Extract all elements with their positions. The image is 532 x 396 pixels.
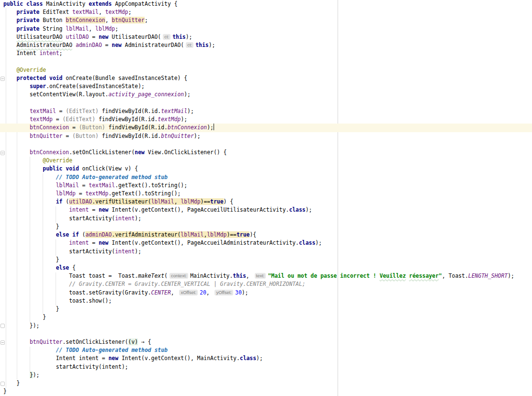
code-line[interactable]: // TODO Auto-generated method stub [0, 346, 532, 354]
code-token: lblMdp [56, 190, 76, 197]
code-token: adminDAO [85, 231, 112, 238]
code-token: textMdp [85, 190, 108, 197]
code-token: onClick(View v) { [79, 165, 138, 172]
code-line[interactable]: UtilisateurDAO utilDAO = new Utilisateur… [0, 33, 532, 41]
code-line[interactable]: // TODO Auto-generated method stub [0, 173, 532, 181]
code-line[interactable]: startActivity(intent); [0, 215, 532, 223]
code-line[interactable]: Intent intent; [0, 49, 532, 57]
code-line[interactable] [0, 58, 532, 66]
code-line[interactable]: super.onCreate(savedInstanceState); [0, 82, 532, 91]
code-token: else [56, 264, 69, 271]
code-line[interactable]: Intent intent = new Intent(v.getContext(… [0, 354, 532, 362]
fold-minus-icon[interactable] [0, 340, 5, 345]
code-line[interactable]: }); [0, 322, 532, 330]
code-token: EditText [39, 9, 72, 15]
code-token: public [43, 165, 62, 172]
code-line[interactable]: } [0, 313, 532, 321]
code-line[interactable]: else { [0, 264, 532, 272]
code-token [3, 133, 30, 139]
code-line[interactable]: toast.show(); [0, 297, 532, 305]
code-token: Intent(v.getContext(), MainActivity. [118, 355, 240, 362]
code-token: findViewById(R.id. [99, 133, 161, 139]
code-line[interactable]: AdministrateurDAO adminDAO = new Adminis… [0, 41, 532, 49]
code-line[interactable]: textMdp = (EditText) findViewById(R.id.t… [0, 115, 532, 124]
code-line[interactable] [0, 330, 532, 338]
code-line[interactable]: Toast toast = Toast.makeText(context:Mai… [0, 272, 532, 280]
code-token: ); [186, 34, 192, 40]
code-line[interactable]: intent = new Intent(v.getContext(), Page… [0, 206, 532, 214]
code-line[interactable]: lblMail = textMail.getText().toString(); [0, 181, 532, 190]
code-token: makeText [138, 272, 164, 279]
code-line[interactable]: textMail = (EditText) findViewById(R.id.… [0, 107, 532, 115]
code-token: textMail [30, 108, 56, 114]
code-line[interactable]: } [0, 256, 532, 264]
code-line[interactable]: public void onClick(View v) { [0, 165, 532, 173]
code-token: findViewById(R.id. [99, 108, 161, 114]
code-token: true [237, 231, 249, 238]
code-line[interactable] [0, 99, 532, 107]
code-line[interactable]: setContentView(R.layout.activity_page_co… [0, 91, 532, 99]
code-line[interactable]: @Override [0, 66, 532, 74]
code-token: new [99, 239, 109, 246]
code-token: new [99, 34, 109, 40]
code-line[interactable]: } [0, 387, 532, 396]
code-line[interactable]: @Override [0, 157, 532, 165]
code-line[interactable]: startActivity(intent); [0, 248, 532, 256]
code-line[interactable]: else if (adminDAO.verifAdministrateur(lb… [0, 231, 532, 239]
fold-end-icon[interactable] [0, 382, 5, 386]
code-token: ( [79, 231, 86, 238]
fold-minus-icon[interactable] [0, 77, 5, 81]
code-line[interactable]: toast.setGravity(Gravity.CENTER, xOffset… [0, 289, 532, 297]
code-token [23, 0, 26, 7]
code-line[interactable]: private EditText textMail, textMdp; [0, 8, 532, 16]
code-token: ( [164, 272, 168, 279]
code-line[interactable]: btnConnexion.setOnClickListener(new View… [0, 148, 532, 157]
code-line[interactable]: } [0, 305, 532, 313]
code-token: UtilisateurDAO( [108, 34, 161, 40]
code-token [3, 149, 30, 156]
code-line[interactable]: private String lblMail, lblMdp; [0, 25, 532, 33]
code-line[interactable]: } [0, 223, 532, 231]
code-token: AppCompatActivity { [112, 0, 177, 7]
code-token: AdministrateurDAO [16, 42, 72, 48]
code-token: Intent [3, 50, 39, 57]
code-token: AdministrateurDAO( [122, 42, 184, 48]
code-line[interactable]: btnConnexion = (Button) findViewById(R.i… [0, 124, 532, 132]
code-line[interactable]: btnQuitter = (Button) findViewById(R.id.… [0, 132, 532, 140]
code-line[interactable]: public class MainActivity extends AppCom… [0, 0, 532, 8]
code-line[interactable]: intent = new Intent(v.getContext(), Page… [0, 239, 532, 247]
code-line[interactable] [0, 140, 532, 148]
fold-end-icon[interactable] [0, 324, 5, 328]
code-line[interactable]: btnQuitter.setOnClickListener((v) → { [0, 338, 532, 346]
code-line[interactable]: } [0, 379, 532, 387]
code-token: = [89, 206, 99, 213]
code-token: 20 [200, 289, 206, 296]
code-token: , [89, 25, 95, 32]
code-token: startActivity( [3, 248, 115, 255]
code-token [3, 174, 56, 181]
code-token: (v) [128, 339, 138, 345]
code-token: Veuillez [380, 272, 406, 279]
code-token [3, 108, 30, 114]
code-editor[interactable]: public class MainActivity extends AppCom… [0, 0, 532, 396]
code-token: protected [16, 75, 46, 81]
code-token: btnConnexion [30, 124, 69, 131]
code-token [69, 231, 72, 238]
code-token: ); [306, 206, 312, 213]
code-token: UtilisateurDAO [16, 34, 62, 40]
code-line[interactable]: startActivity(intent); [0, 363, 532, 371]
code-token: btnConnexion [30, 149, 69, 156]
code-token: new [99, 206, 109, 213]
code-line[interactable]: // Gravity.CENTER = Gravity.CENTER_VERTI… [0, 280, 532, 288]
code-token [3, 34, 16, 40]
code-token: toast.setGravity(Gravity. [3, 289, 151, 296]
fold-minus-icon[interactable] [0, 151, 5, 155]
code-line[interactable]: if (utilDAO.verifUtilisateur(lblMail, lb… [0, 198, 532, 206]
code-line[interactable]: }); [0, 371, 532, 379]
code-line[interactable]: protected void onCreate(Bundle savedInst… [0, 74, 532, 82]
code-line[interactable]: lblMdp = textMdp.getText().toString(); [0, 190, 532, 198]
code-token: intent [115, 248, 135, 255]
code-token: LENGTH_SHORT [468, 272, 508, 279]
code-token [3, 206, 69, 213]
code-line[interactable]: private Button btnConnexion, btnQuitter; [0, 16, 532, 24]
